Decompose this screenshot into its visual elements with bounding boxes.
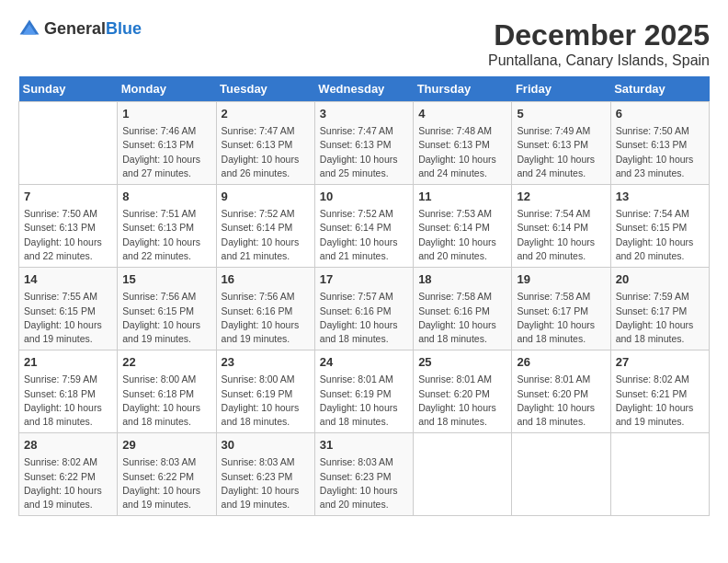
cell-content: Sunrise: 7:52 AM Sunset: 6:14 PM Dayligh… (222, 207, 310, 263)
day-number: 22 (122, 354, 210, 371)
cell-content: Sunrise: 8:03 AM Sunset: 6:23 PM Dayligh… (222, 455, 310, 511)
calendar-cell: 27Sunrise: 8:02 AM Sunset: 6:21 PM Dayli… (610, 350, 709, 433)
calendar-cell: 15Sunrise: 7:56 AM Sunset: 6:15 PM Dayli… (118, 268, 216, 350)
calendar-week-row: 28Sunrise: 8:02 AM Sunset: 6:22 PM Dayli… (19, 433, 710, 516)
logo-icon (18, 18, 40, 40)
calendar-cell: 9Sunrise: 7:52 AM Sunset: 6:14 PM Daylig… (216, 185, 314, 268)
calendar-week-row: 7Sunrise: 7:50 AM Sunset: 6:13 PM Daylig… (19, 185, 710, 268)
header-saturday: Saturday (610, 76, 709, 102)
header-tuesday: Tuesday (216, 76, 314, 102)
calendar-cell: 31Sunrise: 8:03 AM Sunset: 6:23 PM Dayli… (314, 433, 413, 516)
day-number: 26 (517, 354, 605, 371)
day-number: 20 (616, 271, 704, 288)
calendar-cell (19, 102, 118, 185)
location-title: Puntallana, Canary Islands, Spain (488, 52, 710, 69)
day-number: 29 (122, 437, 210, 454)
cell-content: Sunrise: 7:58 AM Sunset: 6:16 PM Dayligh… (418, 290, 506, 346)
calendar-cell: 12Sunrise: 7:54 AM Sunset: 6:14 PM Dayli… (512, 185, 610, 268)
calendar-cell: 2Sunrise: 7:47 AM Sunset: 6:13 PM Daylig… (216, 102, 314, 185)
calendar-cell: 14Sunrise: 7:55 AM Sunset: 6:15 PM Dayli… (19, 268, 118, 350)
day-number: 30 (222, 437, 310, 454)
day-number: 4 (418, 106, 506, 122)
cell-content: Sunrise: 7:54 AM Sunset: 6:15 PM Dayligh… (616, 207, 704, 263)
calendar-cell: 25Sunrise: 8:01 AM Sunset: 6:20 PM Dayli… (414, 350, 512, 433)
header-wednesday: Wednesday (314, 76, 413, 102)
calendar-cell: 4Sunrise: 7:48 AM Sunset: 6:13 PM Daylig… (414, 102, 512, 185)
calendar-cell: 13Sunrise: 7:54 AM Sunset: 6:15 PM Dayli… (610, 185, 709, 268)
calendar-cell: 5Sunrise: 7:49 AM Sunset: 6:13 PM Daylig… (512, 102, 610, 185)
calendar-cell: 8Sunrise: 7:51 AM Sunset: 6:13 PM Daylig… (118, 185, 216, 268)
cell-content: Sunrise: 7:58 AM Sunset: 6:17 PM Dayligh… (517, 290, 605, 346)
calendar-cell: 16Sunrise: 7:56 AM Sunset: 6:16 PM Dayli… (216, 268, 314, 350)
calendar-cell: 10Sunrise: 7:52 AM Sunset: 6:14 PM Dayli… (314, 185, 413, 268)
calendar-cell: 7Sunrise: 7:50 AM Sunset: 6:13 PM Daylig… (19, 185, 118, 268)
cell-content: Sunrise: 7:56 AM Sunset: 6:15 PM Dayligh… (122, 290, 210, 346)
day-number: 14 (24, 271, 112, 288)
cell-content: Sunrise: 7:59 AM Sunset: 6:17 PM Dayligh… (616, 290, 704, 346)
cell-content: Sunrise: 8:02 AM Sunset: 6:21 PM Dayligh… (616, 373, 704, 429)
cell-content: Sunrise: 7:46 AM Sunset: 6:13 PM Dayligh… (122, 124, 210, 180)
logo-text-general: General (44, 19, 106, 38)
cell-content: Sunrise: 7:49 AM Sunset: 6:13 PM Dayligh… (517, 124, 605, 180)
day-number: 17 (320, 271, 408, 288)
cell-content: Sunrise: 8:00 AM Sunset: 6:19 PM Dayligh… (222, 373, 310, 429)
page-header: GeneralBlue December 2025 Puntallana, Ca… (18, 18, 710, 69)
calendar-cell: 18Sunrise: 7:58 AM Sunset: 6:16 PM Dayli… (414, 268, 512, 350)
day-number: 12 (517, 189, 605, 205)
day-number: 5 (517, 106, 605, 122)
day-number: 6 (616, 106, 704, 122)
cell-content: Sunrise: 7:48 AM Sunset: 6:13 PM Dayligh… (418, 124, 506, 180)
calendar-cell: 22Sunrise: 8:00 AM Sunset: 6:18 PM Dayli… (118, 350, 216, 433)
calendar-cell: 29Sunrise: 8:03 AM Sunset: 6:22 PM Dayli… (118, 433, 216, 516)
day-number: 2 (222, 106, 310, 122)
day-number: 27 (616, 354, 704, 371)
logo-text-blue: Blue (106, 19, 142, 38)
header-friday: Friday (512, 76, 610, 102)
cell-content: Sunrise: 7:59 AM Sunset: 6:18 PM Dayligh… (24, 373, 112, 429)
calendar-table: SundayMondayTuesdayWednesdayThursdayFrid… (18, 76, 710, 516)
cell-content: Sunrise: 7:50 AM Sunset: 6:13 PM Dayligh… (616, 124, 704, 180)
cell-content: Sunrise: 8:00 AM Sunset: 6:18 PM Dayligh… (122, 373, 210, 429)
cell-content: Sunrise: 7:50 AM Sunset: 6:13 PM Dayligh… (24, 207, 112, 263)
cell-content: Sunrise: 7:56 AM Sunset: 6:16 PM Dayligh… (222, 290, 310, 346)
cell-content: Sunrise: 8:01 AM Sunset: 6:20 PM Dayligh… (517, 373, 605, 429)
cell-content: Sunrise: 8:03 AM Sunset: 6:23 PM Dayligh… (320, 455, 408, 511)
day-number: 15 (122, 271, 210, 288)
cell-content: Sunrise: 7:52 AM Sunset: 6:14 PM Dayligh… (320, 207, 408, 263)
calendar-header-row: SundayMondayTuesdayWednesdayThursdayFrid… (19, 76, 710, 102)
logo: GeneralBlue (18, 18, 142, 40)
calendar-cell (512, 433, 610, 516)
day-number: 19 (517, 271, 605, 288)
calendar-cell: 6Sunrise: 7:50 AM Sunset: 6:13 PM Daylig… (610, 102, 709, 185)
calendar-cell: 17Sunrise: 7:57 AM Sunset: 6:16 PM Dayli… (314, 268, 413, 350)
calendar-cell: 24Sunrise: 8:01 AM Sunset: 6:19 PM Dayli… (314, 350, 413, 433)
cell-content: Sunrise: 7:57 AM Sunset: 6:16 PM Dayligh… (320, 290, 408, 346)
day-number: 23 (222, 354, 310, 371)
cell-content: Sunrise: 8:03 AM Sunset: 6:22 PM Dayligh… (122, 455, 210, 511)
day-number: 9 (222, 189, 310, 205)
day-number: 10 (320, 189, 408, 205)
cell-content: Sunrise: 7:47 AM Sunset: 6:13 PM Dayligh… (222, 124, 310, 180)
cell-content: Sunrise: 8:01 AM Sunset: 6:19 PM Dayligh… (320, 373, 408, 429)
title-section: December 2025 Puntallana, Canary Islands… (488, 18, 710, 69)
header-sunday: Sunday (19, 76, 118, 102)
calendar-cell (610, 433, 709, 516)
calendar-cell: 30Sunrise: 8:03 AM Sunset: 6:23 PM Dayli… (216, 433, 314, 516)
day-number: 8 (122, 189, 210, 205)
cell-content: Sunrise: 7:51 AM Sunset: 6:13 PM Dayligh… (122, 207, 210, 263)
calendar-cell: 21Sunrise: 7:59 AM Sunset: 6:18 PM Dayli… (19, 350, 118, 433)
calendar-cell (414, 433, 512, 516)
header-thursday: Thursday (414, 76, 512, 102)
day-number: 7 (24, 189, 112, 205)
calendar-cell: 11Sunrise: 7:53 AM Sunset: 6:14 PM Dayli… (414, 185, 512, 268)
calendar-cell: 19Sunrise: 7:58 AM Sunset: 6:17 PM Dayli… (512, 268, 610, 350)
cell-content: Sunrise: 8:02 AM Sunset: 6:22 PM Dayligh… (24, 455, 112, 511)
day-number: 3 (320, 106, 408, 122)
calendar-week-row: 14Sunrise: 7:55 AM Sunset: 6:15 PM Dayli… (19, 268, 710, 350)
cell-content: Sunrise: 7:53 AM Sunset: 6:14 PM Dayligh… (418, 207, 506, 263)
day-number: 24 (320, 354, 408, 371)
cell-content: Sunrise: 8:01 AM Sunset: 6:20 PM Dayligh… (418, 373, 506, 429)
cell-content: Sunrise: 7:54 AM Sunset: 6:14 PM Dayligh… (517, 207, 605, 263)
day-number: 31 (320, 437, 408, 454)
day-number: 25 (418, 354, 506, 371)
